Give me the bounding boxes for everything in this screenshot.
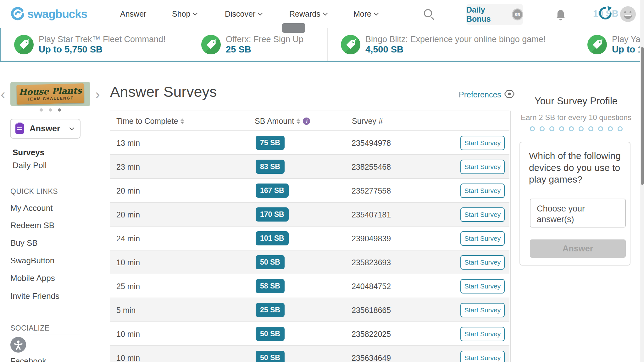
carousel-prev-arrow[interactable]: ‹ <box>1 87 5 101</box>
scrollbar-thumb[interactable] <box>641 47 644 185</box>
info-icon[interactable]: i <box>303 118 310 125</box>
row-time: 13 min <box>116 139 140 148</box>
accessibility-icon[interactable] <box>10 337 26 353</box>
panel-divider <box>510 111 511 362</box>
sort-sb-control[interactable] <box>297 118 300 124</box>
promo-title: Bingo Blitz: Experience your online bing… <box>365 35 546 44</box>
start-survey-button[interactable]: Start Survey <box>460 160 505 174</box>
promo-card[interactable]: Play Star Trek™ Fleet Command! Up to 5,7… <box>1 28 188 61</box>
promo-reward: Up to 1,4 <box>612 44 640 54</box>
price-tag-icon <box>201 35 221 54</box>
progress-dot <box>540 126 545 131</box>
notifications-bell-icon[interactable] <box>554 8 567 23</box>
scrollbar-track <box>640 0 644 362</box>
table-row: 10 min 50 SB 235634649 Start Survey <box>110 345 509 362</box>
nav-item-answer[interactable]: Answer <box>120 9 146 19</box>
progress-dot <box>579 126 584 131</box>
sb-amount-badge: 58 SB <box>256 279 285 293</box>
promo-title: Play Yahtze <box>612 35 640 44</box>
promo-reward: 25 SB <box>226 44 251 54</box>
preferences-link[interactable]: Preferences <box>459 89 514 100</box>
nav-item-shop[interactable]: Shop <box>172 9 197 19</box>
row-survey-number: 238255468 <box>352 162 391 172</box>
profile-question-card: Which of the following devices do you us… <box>519 142 630 266</box>
sb-amount-badge: 50 SB <box>256 327 285 341</box>
start-survey-button[interactable]: Start Survey <box>460 184 505 198</box>
col-header-time: Time to Complete <box>116 117 178 126</box>
promo-card[interactable]: Play Yahtze Up to 1,4 <box>574 28 640 61</box>
start-survey-button[interactable]: Start Survey <box>460 303 505 317</box>
house-plants-banner[interactable]: House Plants TEAM CHALLENGE <box>10 82 90 106</box>
price-tag-icon <box>14 35 34 54</box>
chevron-down-icon <box>193 11 198 16</box>
divider <box>10 197 80 197</box>
table-row: 10 min 50 SB 235823693 Start Survey <box>110 250 509 274</box>
progress-dot <box>549 126 554 131</box>
daily-bonus-label: Daily Bonus <box>466 5 508 24</box>
clipboard-icon <box>15 123 24 134</box>
nav-item-more[interactable]: More <box>353 9 378 19</box>
sidebar-item-redeem-sb[interactable]: Redeem SB <box>10 221 54 230</box>
sb-amount-badge: 25 SB <box>256 303 285 317</box>
row-time: 10 min <box>116 258 140 267</box>
table-header: Time to Complete SB Amount i Survey # <box>110 111 509 130</box>
row-time: 20 min <box>116 186 140 195</box>
answer-button[interactable]: Answer <box>530 239 626 258</box>
row-survey-number: 235634649 <box>352 354 391 362</box>
carousel-dots <box>10 108 90 112</box>
row-survey-number: 235407181 <box>352 210 391 219</box>
table-row: 20 min 170 SB 235407181 Start Survey <box>110 202 509 226</box>
sidebar-item-my-account[interactable]: My Account <box>10 203 53 213</box>
category-dropdown[interactable]: Answer <box>10 119 80 139</box>
promo-card[interactable]: Offerx: Free Sign Up 25 SB <box>188 28 327 61</box>
progress-dot <box>530 126 535 131</box>
sidebar-item-buy-sb[interactable]: Buy SB <box>10 238 38 248</box>
carousel-dot[interactable] <box>40 108 43 112</box>
table-row: 25 min 58 SB 240484752 Start Survey <box>110 274 509 298</box>
survey-profile-subtitle: Earn 2 SB for every 10 questions <box>512 113 640 122</box>
sidebar-item-invite-friends[interactable]: Invite Friends <box>10 291 59 301</box>
carousel-dot[interactable] <box>49 108 52 112</box>
start-survey-button[interactable]: Start Survey <box>460 207 505 222</box>
start-survey-button[interactable]: Start Survey <box>460 327 505 341</box>
profile-progress-dots <box>512 126 640 131</box>
promo-title: Play Star Trek™ Fleet Command! <box>39 35 166 44</box>
profile-question: Which of the following devices do you us… <box>529 150 623 185</box>
divider <box>10 334 80 334</box>
account-avatar[interactable] <box>620 6 636 22</box>
start-survey-button[interactable]: Start Survey <box>460 351 505 362</box>
row-time: 23 min <box>116 162 140 172</box>
sidebar-item-daily-poll[interactable]: Daily Poll <box>13 161 47 170</box>
socialize-header: SOCIALIZE <box>10 324 50 332</box>
sidebar-item-surveys[interactable]: Surveys <box>13 148 44 157</box>
daily-bonus-button[interactable]: Daily Bonus SB <box>466 4 523 25</box>
start-survey-button[interactable]: Start Survey <box>460 279 505 293</box>
nav-item-rewards[interactable]: Rewards <box>289 9 327 19</box>
start-survey-button[interactable]: Start Survey <box>460 255 505 270</box>
start-survey-button[interactable]: Start Survey <box>460 231 505 246</box>
swagbucks-logo[interactable]: swagbucks <box>10 6 87 22</box>
sidebar-item-swagbutton[interactable]: SwagButton <box>10 256 54 266</box>
progress-dot <box>598 126 603 131</box>
brand-wordmark: swagbucks <box>27 8 87 21</box>
sb-coin-icon: SB <box>512 8 523 20</box>
carousel-next-arrow[interactable]: › <box>95 87 100 101</box>
row-time: 25 min <box>116 282 140 291</box>
sb-amount-badge: 75 SB <box>256 136 285 150</box>
nav-item-discover[interactable]: Discover <box>225 9 262 19</box>
overlay-remnant <box>282 23 305 33</box>
row-time: 10 min <box>116 354 140 362</box>
sidebar-item-facebook[interactable]: Facebook <box>10 356 46 362</box>
sidebar-item-mobile-apps[interactable]: Mobile Apps <box>10 273 55 283</box>
answer-select[interactable]: Choose your answer(s) <box>530 199 626 228</box>
row-survey-number: 239049839 <box>352 234 391 243</box>
wood-sign: House Plants TEAM CHALLENGE <box>16 83 84 105</box>
start-survey-button[interactable]: Start Survey <box>460 136 505 150</box>
carousel-dot[interactable] <box>58 108 61 112</box>
promo-card[interactable]: Bingo Blitz: Experience your online bing… <box>327 28 574 61</box>
table-row: 20 min 167 SB 235277558 Start Survey <box>110 178 509 202</box>
sort-time-control[interactable] <box>180 118 184 124</box>
refresh-balance-icon[interactable] <box>598 6 613 22</box>
search-icon[interactable] <box>424 9 432 17</box>
row-time: 20 min <box>116 210 140 219</box>
